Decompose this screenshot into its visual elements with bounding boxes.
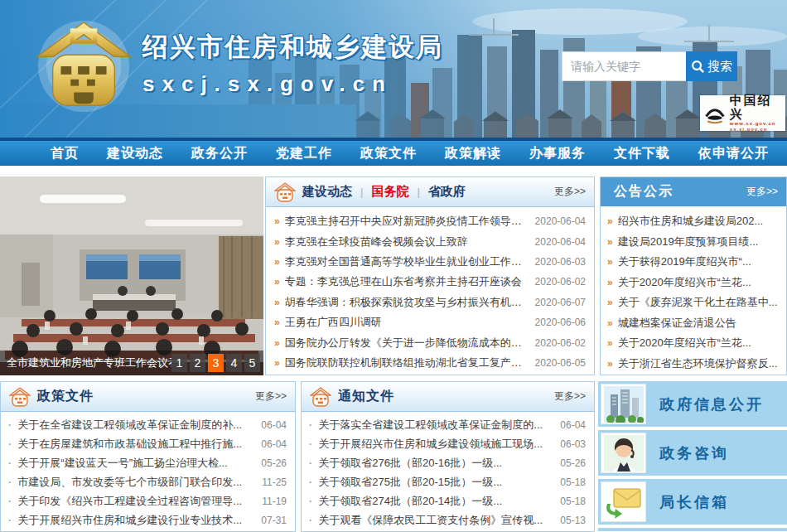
nav-item-construction-news[interactable]: 建设动态: [93, 145, 177, 162]
news-date: 2020-06-04: [535, 215, 586, 227]
policy-more-link[interactable]: 更多>>: [255, 389, 287, 404]
news-row[interactable]: » 李克强主持召开中央应对新冠肺炎疫情工作领导小组... 2020-06-04: [274, 211, 586, 231]
news-row[interactable]: » 李克强在全球疫苗峰会视频会议上致辞 2020-06-04: [274, 231, 586, 251]
carousel-caption[interactable]: 全市建筑业和房地产专班工作会议召..: [7, 355, 171, 370]
nav-item-policy-files[interactable]: 政策文件: [346, 145, 431, 162]
search-button[interactable]: 搜索: [686, 51, 737, 81]
document-row[interactable]: · 关于开展“建设蓝天一号”施工扬尘治理大检... 05-26: [7, 453, 287, 472]
carousel-page[interactable]: 3: [208, 354, 224, 372]
carousel-page[interactable]: 4: [226, 354, 242, 372]
document-row[interactable]: · 关于落实全省建设工程领域改革保证金制度的... 06-04: [308, 415, 586, 434]
nav-item-services[interactable]: 办事服务: [515, 145, 600, 162]
announcement-row[interactable]: » 关于2020年度绍兴市“兰花...: [607, 273, 780, 293]
news-title[interactable]: 李克强对全国普通高等学校毕业生就业创业工作电视...: [285, 254, 529, 269]
document-title[interactable]: 市建设局、市发改委等七个市级部门联合印发...: [17, 475, 255, 490]
announcement-row[interactable]: » 关于浙江省生态环境保护督察反...: [607, 354, 780, 375]
document-row[interactable]: · 关于开展绍兴市住房和城乡建设行业专业技术... 07-31: [7, 510, 287, 530]
document-title[interactable]: 关于观看《保障农民工工资支付条例》宣传视...: [318, 513, 553, 528]
notice-files-header: 通知文件 更多>>: [302, 382, 594, 412]
arrow-bullet-icon: »: [607, 337, 613, 349]
news-row[interactable]: » 王勇在广西四川调研 2020-06-06: [274, 312, 586, 332]
news-title[interactable]: 专题：李克强总理在山东省考察并主持召开座谈会: [285, 274, 529, 289]
document-title[interactable]: 关于印发《绍兴市工程建设全过程咨询管理导...: [17, 494, 255, 509]
house-icon: [9, 387, 31, 407]
nav-item-request-disclosure[interactable]: 依申请公开: [684, 145, 783, 162]
arrow-bullet-icon: »: [274, 357, 280, 369]
document-title[interactable]: 关于开展“建设蓝天一号”施工扬尘治理大检...: [17, 456, 254, 471]
announcement-title[interactable]: 关于浙江省生态环境保护督察反...: [618, 356, 780, 371]
dot-bullet-icon: ·: [308, 418, 312, 433]
notice-more-link[interactable]: 更多>>: [554, 389, 586, 404]
document-row[interactable]: · 关于印发《绍兴市工程建设全过程咨询管理导... 11-19: [7, 491, 287, 510]
announcement-title[interactable]: 城建档案保证金清退公告: [618, 316, 780, 331]
nav-item-downloads[interactable]: 文件下载: [600, 145, 684, 162]
document-row[interactable]: · 关于观看《保障农民工工资支付条例》宣传视... 05-13: [308, 510, 586, 530]
news-title[interactable]: 国务院办公厅转发《关于进一步降低物流成本的实施...: [285, 336, 529, 351]
quicklink-info-disclosure[interactable]: 政府信息公开: [598, 381, 787, 427]
carousel-page[interactable]: 5: [244, 354, 260, 372]
dot-bullet-icon: ·: [308, 475, 312, 490]
search-bar: 搜索: [562, 51, 737, 81]
nav-item-policy-interpretation[interactable]: 政策解读: [431, 145, 515, 162]
news-row[interactable]: » 专题：李克强总理在山东省考察并主持召开座谈会 2020-06-02: [274, 272, 586, 292]
photo-carousel[interactable]: 全市建筑业和房地产专班工作会议召.. 12345: [0, 177, 263, 375]
announcement-row[interactable]: » 关于《废弃泥浆干化土在路基中...: [607, 293, 780, 313]
nav-item-home[interactable]: 首页: [36, 145, 93, 162]
document-row[interactable]: · 关于领取省274批（部20-14批）一级... 05-18: [308, 491, 586, 510]
news-row[interactable]: » 胡春华强调：积极探索脱贫攻坚与乡村振兴有机衔接 2020-06-07: [274, 293, 586, 312]
announcement-row[interactable]: » 建设局2019年度预算项目绩...: [607, 232, 780, 253]
announcement-title[interactable]: 关于2020年度绍兴市“兰花...: [618, 275, 780, 290]
document-title[interactable]: 关于领取省275批（部20-15批）一级...: [318, 475, 553, 490]
announcement-row[interactable]: » 绍兴市住房和城乡建设局202...: [607, 211, 780, 232]
document-title[interactable]: 关于在全省建设工程领域改革保证金制度的补...: [17, 418, 254, 433]
news-tab-construction[interactable]: 建设动态: [302, 184, 352, 200]
news-more-link[interactable]: 更多>>: [554, 185, 586, 199]
carousel-page[interactable]: 1: [171, 354, 187, 372]
document-row[interactable]: · 关于领取省276批（部20-16批）一级... 05-26: [308, 453, 586, 472]
dot-bullet-icon: ·: [308, 494, 312, 509]
arrow-bullet-icon: »: [607, 317, 613, 329]
news-row[interactable]: » 国务院联防联控机制联络组推动湖北省复工复产工作 2020-06-05: [274, 353, 586, 373]
announcement-title[interactable]: 绍兴市住房和城乡建设局202...: [618, 214, 780, 229]
quicklink-consultation[interactable]: 政务咨询: [598, 430, 787, 476]
news-title[interactable]: 国务院联防联控机制联络组推动湖北省复工复产工作: [285, 355, 529, 370]
document-row[interactable]: · 关于开展绍兴市住房和城乡建设领域施工现场... 06-03: [308, 434, 586, 453]
nav-item-party-building[interactable]: 党建工作: [262, 145, 346, 162]
news-row[interactable]: » 李克强对全国普通高等学校毕业生就业创业工作电视... 2020-06-03: [274, 252, 586, 272]
announcement-title[interactable]: 关于获得2019年度绍兴市“...: [618, 254, 780, 269]
announcement-title[interactable]: 建设局2019年度预算项目绩...: [618, 235, 780, 249]
arrow-bullet-icon: »: [274, 337, 280, 349]
news-row[interactable]: » 国务院办公厅转发《关于进一步降低物流成本的实施... 2020-06-02: [274, 332, 586, 352]
document-row[interactable]: · 关于领取省275批（部20-15批）一级... 05-18: [308, 472, 586, 491]
news-title[interactable]: 王勇在广西四川调研: [285, 315, 529, 330]
china-shaoxing-badge[interactable]: 中国绍兴 www.sx.gov.cn sx.zj.gov.cn: [700, 95, 785, 131]
document-title[interactable]: 关于开展绍兴市住房和城乡建设行业专业技术...: [17, 513, 254, 528]
announcements-more-link[interactable]: 更多>>: [746, 185, 778, 199]
announcement-row[interactable]: » 城建档案保证金清退公告: [607, 313, 780, 334]
news-date: 2020-06-02: [535, 276, 586, 288]
badge-text: 中国绍兴 www.sx.gov.cn sx.zj.gov.cn: [730, 94, 782, 132]
document-title[interactable]: 关于开展绍兴市住房和城乡建设领域施工现场...: [318, 437, 553, 452]
document-title[interactable]: 关于领取省274批（部20-14批）一级...: [318, 494, 553, 509]
announcement-title[interactable]: 关于2020年度绍兴市“兰花...: [618, 336, 780, 351]
policy-files-panel: 政策文件 更多>> · 关于在全省建设工程领域改革保证金制度的补... 06-0…: [0, 381, 296, 532]
news-title[interactable]: 李克强主持召开中央应对新冠肺炎疫情工作领导小组...: [285, 214, 529, 229]
news-title[interactable]: 胡春华强调：积极探索脱贫攻坚与乡村振兴有机衔接: [285, 295, 529, 310]
carousel-page[interactable]: 2: [190, 354, 205, 372]
announcement-row[interactable]: » 关于2020年度绍兴市“兰花...: [607, 333, 780, 354]
document-row[interactable]: · 市建设局、市发改委等七个市级部门联合印发... 11-25: [7, 472, 287, 491]
quicklink-director-mailbox[interactable]: 局长信箱: [598, 479, 787, 525]
announcement-title[interactable]: 关于《废弃泥浆干化土在路基中...: [618, 295, 780, 310]
news-tab-provincial-gov[interactable]: 省政府: [428, 184, 466, 200]
search-input[interactable]: [562, 51, 686, 81]
news-tab-state-council[interactable]: 国务院: [371, 184, 408, 200]
document-title[interactable]: 关于领取省276批（部20-16批）一级...: [318, 456, 553, 471]
document-title[interactable]: 关于在房屋建筑和市政基础设施工程中推行施...: [17, 437, 254, 452]
document-row[interactable]: · 关于在房屋建筑和市政基础设施工程中推行施... 06-04: [7, 434, 287, 453]
document-title[interactable]: 关于落实全省建设工程领域改革保证金制度的...: [318, 418, 553, 433]
document-row[interactable]: · 关于在全省建设工程领域改革保证金制度的补... 06-04: [7, 415, 287, 434]
news-title[interactable]: 李克强在全球疫苗峰会视频会议上致辞: [285, 235, 529, 249]
dot-bullet-icon: ·: [308, 513, 312, 528]
announcement-row[interactable]: » 关于获得2019年度绍兴市“...: [607, 252, 780, 273]
nav-item-gov-disclosure[interactable]: 政务公开: [177, 145, 262, 162]
